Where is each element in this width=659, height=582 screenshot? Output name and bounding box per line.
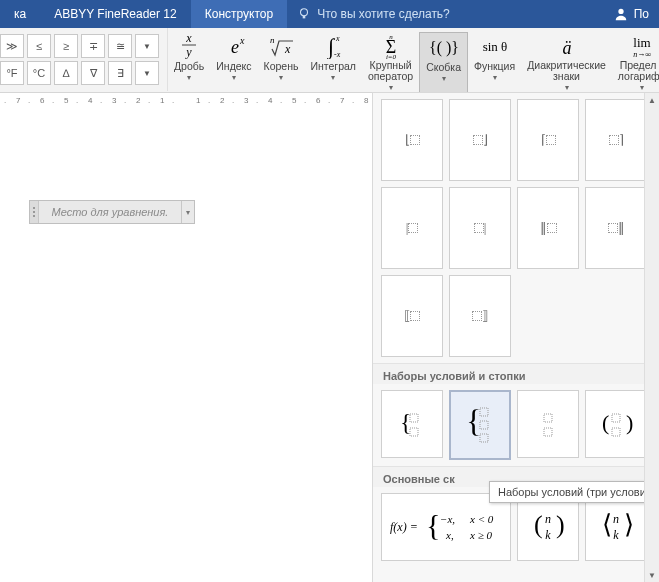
svg-text:k: k	[613, 528, 619, 542]
svg-text:): )	[556, 510, 565, 539]
svg-rect-34	[544, 428, 552, 436]
paren-stack-tile[interactable]: ()	[585, 390, 647, 458]
bracket-tile[interactable]: ‖	[517, 187, 579, 269]
bracket-tile[interactable]: ⟧	[449, 275, 511, 357]
svg-text:x: x	[185, 33, 192, 45]
svg-text:x: x	[284, 42, 291, 56]
svg-text:lim: lim	[634, 35, 651, 50]
bracket-tile[interactable]: ‖	[585, 187, 647, 269]
svg-rect-36	[612, 414, 620, 422]
sym-btn[interactable]: °F	[0, 61, 24, 85]
sym-btn[interactable]: ∓	[81, 34, 105, 58]
tab-constructor[interactable]: Конструктор	[191, 0, 287, 28]
scroll-down-icon[interactable]: ▼	[645, 568, 659, 582]
svg-text:(: (	[602, 410, 609, 435]
svg-text:f(x) =: f(x) =	[390, 520, 418, 534]
account-button[interactable]: По	[604, 0, 659, 28]
svg-text:-x: -x	[334, 50, 341, 59]
svg-text:x,: x,	[445, 529, 454, 541]
integral-button[interactable]: ∫x-x Интеграл▾	[304, 32, 362, 92]
svg-text:n→∞: n→∞	[634, 50, 652, 59]
common-tile-angle-binom[interactable]: ⟨nk⟩	[585, 493, 647, 561]
svg-text:⟨: ⟨	[602, 510, 612, 539]
function-button[interactable]: sin θ Функция▾	[468, 32, 521, 92]
accent-icon: ä	[556, 32, 578, 59]
fraction-icon: xy	[178, 32, 200, 60]
sym-btn[interactable]: ∆	[54, 61, 78, 85]
bracket-tile[interactable]: ⌈	[517, 99, 579, 181]
bracket-button[interactable]: {( )} Скобка▾	[419, 32, 468, 93]
svg-text:n: n	[613, 512, 619, 526]
bracket-gallery: ⌊ ⌋ ⌈ ⌉ | | ‖ ‖ ⟦ ⟧ Наборы условий и сто…	[372, 92, 659, 582]
tooltip-cases3: Наборы условий (три условия)	[489, 481, 659, 503]
bracket-tile[interactable]: ⟦	[381, 275, 443, 357]
sym-btn[interactable]: ∃	[108, 61, 132, 85]
bracket-tile[interactable]: ⌋	[449, 99, 511, 181]
svg-text:e: e	[231, 37, 239, 57]
bracket-tile[interactable]: ⌉	[585, 99, 647, 181]
cases-tile-3[interactable]: {	[449, 390, 511, 460]
equation-dropdown[interactable]: ▾	[181, 201, 194, 223]
tab-truncated[interactable]: ка	[0, 0, 40, 28]
tell-me[interactable]: Что вы хотите сделать?	[287, 0, 460, 28]
equation-handle[interactable]	[30, 201, 39, 223]
common-tile-piecewise[interactable]: f(x) ={−x,x < 0x,x ≥ 0	[381, 493, 511, 561]
limit-button[interactable]: limn→∞ Предел и логарифм▾	[612, 32, 659, 92]
sym-btn[interactable]: ≥	[54, 34, 78, 58]
svg-point-2	[618, 9, 623, 14]
svg-text:{: {	[466, 403, 481, 439]
person-icon	[614, 7, 628, 21]
stack-tile-2[interactable]	[517, 390, 579, 458]
tell-me-text: Что вы хотите сделать?	[317, 7, 450, 21]
tab-abbyy[interactable]: ABBYY FineReader 12	[40, 0, 191, 28]
svg-text:n: n	[270, 35, 275, 45]
bracket-tile[interactable]: |	[381, 187, 443, 269]
symbol-grid: ≫ ≤ ≥ ∓ ≅ ▼ °F °C ∆ ∇ ∃ ▼	[0, 28, 168, 91]
svg-text:x: x	[239, 35, 245, 46]
integral-icon: ∫x-x	[320, 32, 346, 60]
sym-btn[interactable]: ≫	[0, 34, 24, 58]
svg-rect-37	[612, 428, 620, 436]
sym-btn[interactable]: ∇	[81, 61, 105, 85]
sym-more[interactable]: ▼	[135, 34, 159, 58]
scroll-up-icon[interactable]: ▲	[645, 93, 659, 107]
radical-button[interactable]: nx Корень▾	[258, 32, 305, 92]
sym-btn[interactable]: ≅	[108, 34, 132, 58]
svg-text:sin θ: sin θ	[482, 39, 507, 54]
svg-text:x: x	[335, 34, 340, 43]
script-button[interactable]: ex Индекс▾	[210, 32, 257, 92]
lightbulb-icon	[297, 7, 311, 21]
ribbon: ≫ ≤ ≥ ∓ ≅ ▼ °F °C ∆ ∇ ∃ ▼ xy Дробь▾ ex И…	[0, 28, 659, 93]
gallery-section-cases: Наборы условий и стопки	[373, 363, 659, 384]
cases-tile-2[interactable]: {	[381, 390, 443, 458]
equation-placeholder: Место для уравнения.	[39, 206, 181, 218]
svg-text:ä: ä	[562, 38, 571, 58]
svg-text:⟩: ⟩	[624, 510, 634, 539]
svg-text:i=0: i=0	[385, 53, 396, 59]
function-icon: sin θ	[480, 32, 510, 60]
svg-text:y: y	[185, 45, 192, 59]
fraction-button[interactable]: xy Дробь▾	[168, 32, 210, 92]
bracket-tile[interactable]: |	[449, 187, 511, 269]
svg-rect-1	[303, 16, 306, 19]
svg-point-0	[301, 9, 308, 16]
svg-text:x < 0: x < 0	[469, 513, 494, 525]
radical-icon: nx	[267, 32, 295, 60]
large-op-button[interactable]: Σni=0 Крупный оператор▾	[362, 32, 419, 92]
sigma-icon: Σni=0	[378, 32, 404, 59]
limit-icon: limn→∞	[626, 32, 658, 59]
equation-box[interactable]: Место для уравнения. ▾	[29, 200, 195, 224]
svg-text:{( )}: {( )}	[429, 39, 459, 57]
bracket-tile[interactable]: ⌊	[381, 99, 443, 181]
sym-btn[interactable]: ≤	[27, 34, 51, 58]
gallery-scrollbar[interactable]: ▲ ▼	[644, 93, 659, 582]
svg-text:(: (	[534, 510, 543, 539]
svg-text:k: k	[545, 528, 551, 542]
sym-more[interactable]: ▼	[135, 61, 159, 85]
accent-button[interactable]: ä Диакритические знаки▾	[521, 32, 612, 92]
svg-rect-33	[544, 414, 552, 422]
account-label: По	[634, 7, 649, 21]
svg-text:{: {	[426, 508, 440, 541]
sym-btn[interactable]: °C	[27, 61, 51, 85]
common-tile-binom[interactable]: (nk)	[517, 493, 579, 561]
